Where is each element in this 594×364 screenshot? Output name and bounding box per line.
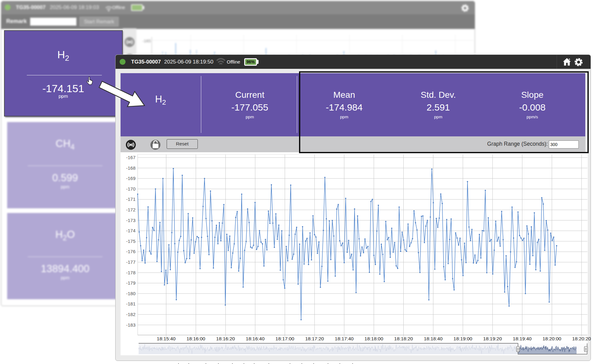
svg-text:-182: -182 bbox=[126, 312, 135, 317]
svg-text:-176: -176 bbox=[126, 249, 135, 254]
svg-text:-179: -179 bbox=[126, 280, 135, 286]
svg-text:-180: -180 bbox=[126, 291, 135, 296]
svg-text:18:17:20: 18:17:20 bbox=[305, 336, 324, 341]
svg-text:18:20:20: 18:20:20 bbox=[572, 336, 591, 341]
svg-text:-165: -165 bbox=[142, 39, 151, 43]
svg-text:-174: -174 bbox=[126, 228, 135, 233]
svg-text:-175: -175 bbox=[126, 239, 135, 244]
svg-text:-168: -168 bbox=[126, 165, 135, 171]
svg-text:-181: -181 bbox=[126, 301, 135, 306]
svg-text:18:16:20: 18:16:20 bbox=[216, 336, 235, 341]
svg-text:18:19:20: 18:19:20 bbox=[483, 336, 502, 341]
svg-text:18:16:00: 18:16:00 bbox=[187, 336, 206, 341]
svg-text:-170: -170 bbox=[126, 186, 135, 191]
svg-text:-169: -169 bbox=[126, 176, 135, 181]
svg-text:18:16:40: 18:16:40 bbox=[246, 336, 265, 341]
svg-text:18:19:00: 18:19:00 bbox=[454, 336, 473, 341]
svg-text:18:15:40: 18:15:40 bbox=[157, 336, 176, 341]
svg-text:18:20:00: 18:20:00 bbox=[543, 336, 562, 341]
svg-text:18:18:40: 18:18:40 bbox=[424, 336, 443, 341]
svg-text:-177: -177 bbox=[126, 259, 135, 265]
svg-text:18:19:40: 18:19:40 bbox=[513, 336, 532, 341]
svg-text:-172: -172 bbox=[126, 207, 135, 212]
svg-text:18:18:00: 18:18:00 bbox=[364, 336, 383, 341]
svg-text:-167: -167 bbox=[126, 155, 135, 160]
svg-text:-173: -173 bbox=[126, 218, 135, 223]
svg-text:-178: -178 bbox=[126, 270, 135, 275]
svg-text:-183: -183 bbox=[126, 322, 135, 328]
svg-text:-171: -171 bbox=[126, 196, 135, 202]
svg-text:18:18:20: 18:18:20 bbox=[394, 336, 413, 341]
svg-text:18:17:00: 18:17:00 bbox=[275, 336, 294, 341]
svg-text:18:17:40: 18:17:40 bbox=[335, 336, 354, 341]
